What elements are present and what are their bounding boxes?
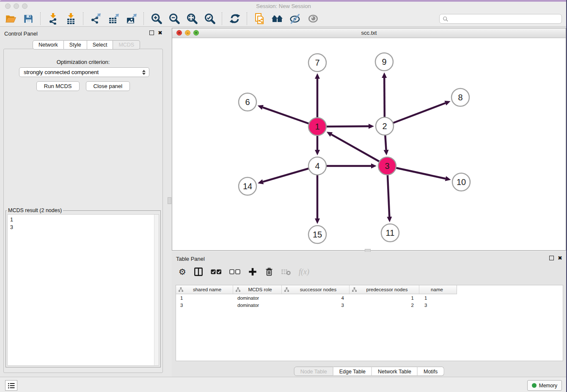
- control-panel-title: Control Panel: [4, 30, 38, 37]
- cell-predecessor-nodes: 2: [350, 303, 419, 308]
- search-field: [439, 14, 562, 24]
- control-panel-close-icon[interactable]: ✖: [158, 30, 162, 35]
- memory-label: Memory: [539, 383, 557, 389]
- network-window-titlebar[interactable]: ✕ − + scc.txt: [172, 28, 566, 38]
- open-folder-icon: [5, 13, 16, 24]
- zoom-selected-icon: [204, 13, 216, 25]
- network-view-window: ✕ − + scc.txt 7968124314101511: [172, 28, 566, 251]
- delete-columns-icon[interactable]: [265, 267, 273, 276]
- tab-network-table[interactable]: Network Table: [372, 367, 418, 376]
- hide-style-button[interactable]: [288, 12, 302, 25]
- close-panel-button[interactable]: Close panel: [86, 81, 130, 91]
- control-panel: Control Panel ✖ Network Style Select MCD…: [0, 27, 166, 377]
- mcds-result-title: MCDS result (2 nodes): [7, 207, 63, 213]
- result-line: 3: [10, 224, 156, 231]
- zoom-window-button[interactable]: [22, 3, 28, 9]
- mcds-result-textarea[interactable]: 1 3: [7, 214, 159, 366]
- close-window-button[interactable]: [5, 3, 11, 9]
- zoom-in-button[interactable]: [149, 12, 163, 25]
- tab-node-table[interactable]: Node Table: [294, 367, 333, 376]
- save-floppy-icon: [23, 13, 34, 24]
- open-session-button[interactable]: [3, 12, 17, 25]
- network-minimize-button[interactable]: −: [185, 30, 190, 36]
- table-panel: Table Panel ✖ ⚙: [172, 252, 566, 377]
- table-row[interactable]: 3 dominator 3 2 3: [176, 301, 563, 309]
- column-header-successor-nodes[interactable]: successor nodes: [282, 285, 350, 294]
- toolbar-separator: [247, 12, 248, 25]
- tree-icon: [179, 287, 183, 292]
- svg-text:9: 9: [382, 57, 386, 66]
- refresh-icon: [229, 13, 241, 25]
- list-icon: [8, 383, 15, 389]
- delete-table-icon[interactable]: [281, 268, 291, 276]
- network-window-title: scc.txt: [172, 28, 566, 37]
- mcds-result-group: MCDS result (2 nodes) 1 3: [6, 207, 161, 367]
- toolbar-separator: [40, 12, 41, 25]
- search-input[interactable]: [451, 16, 559, 22]
- select-all-columns-icon[interactable]: [211, 269, 222, 275]
- export-image-icon: [126, 13, 138, 25]
- tab-mcds[interactable]: MCDS: [113, 40, 140, 50]
- task-history-button[interactable]: [5, 380, 17, 391]
- column-header-shared-name[interactable]: shared name: [176, 285, 233, 294]
- select-stepper-icon: [140, 68, 147, 77]
- zoom-in-icon: [151, 13, 162, 25]
- optimization-criterion-label: Optimization criterion:: [4, 59, 162, 65]
- cell-mcds-role: dominator: [233, 295, 282, 301]
- selected-option: strongly connected component: [24, 69, 140, 75]
- control-panel-float-button[interactable]: [149, 30, 154, 35]
- column-header-mcds-role[interactable]: MCDS role: [233, 285, 282, 294]
- show-graphics-button[interactable]: [306, 12, 320, 25]
- table-header-row: shared name MCDS role successor nodes pr…: [176, 285, 457, 294]
- save-session-button[interactable]: [21, 12, 35, 25]
- minimize-window-button[interactable]: [14, 3, 19, 9]
- network-close-button[interactable]: ✕: [176, 30, 182, 36]
- create-column-icon[interactable]: [248, 267, 257, 276]
- run-mcds-button[interactable]: Run MCDS: [36, 81, 80, 91]
- column-header-name[interactable]: name: [419, 285, 456, 294]
- table-panel-float-button[interactable]: [549, 256, 554, 260]
- main-toolbar: [0, 11, 567, 27]
- export-table-button[interactable]: [107, 12, 121, 25]
- toolbar-separator: [83, 12, 84, 25]
- tab-style[interactable]: Style: [64, 40, 87, 50]
- svg-text:14: 14: [243, 182, 252, 191]
- memory-button[interactable]: Memory: [527, 380, 562, 391]
- zoom-fit-icon: [186, 13, 198, 25]
- table-row[interactable]: 1 dominator 4 1 1: [176, 294, 563, 301]
- clone-network-button[interactable]: [253, 12, 267, 25]
- tab-network[interactable]: Network: [33, 40, 64, 50]
- tab-edge-table[interactable]: Edge Table: [333, 367, 372, 376]
- export-image-button[interactable]: [124, 12, 138, 25]
- zoom-out-icon: [168, 13, 180, 25]
- houses-icon: [271, 13, 284, 24]
- toggle-column-panel-icon[interactable]: [194, 267, 203, 276]
- cell-successor-nodes: 4: [282, 295, 350, 301]
- network-graph[interactable]: 7968124314101511: [172, 38, 566, 251]
- zoom-selected-button[interactable]: [203, 12, 217, 25]
- table-tabs: Node Table Edge Table Network Table Moti…: [294, 367, 444, 376]
- tab-motifs[interactable]: Motifs: [418, 367, 444, 376]
- export-table-icon: [108, 13, 120, 25]
- tab-select[interactable]: Select: [87, 40, 113, 50]
- tree-icon: [284, 287, 289, 292]
- result-line: 1: [10, 216, 156, 224]
- table-settings-icon[interactable]: ⚙: [179, 268, 186, 276]
- function-builder-icon[interactable]: f(x): [299, 268, 309, 276]
- export-network-button[interactable]: [89, 12, 103, 25]
- optimization-criterion-select[interactable]: strongly connected component: [19, 67, 149, 77]
- column-header-predecessor-nodes[interactable]: predecessor nodes: [350, 285, 419, 294]
- zoom-out-button[interactable]: [167, 12, 181, 25]
- table-panel-close-icon[interactable]: ✖: [558, 256, 562, 260]
- result-scrollbar[interactable]: [154, 215, 159, 365]
- apply-layout-button[interactable]: [228, 12, 242, 25]
- svg-text:4: 4: [315, 161, 319, 171]
- import-table-button[interactable]: [64, 12, 78, 25]
- import-network-icon: [47, 13, 59, 25]
- vertical-splitter-handle[interactable]: [168, 197, 171, 204]
- home-button[interactable]: [270, 12, 284, 25]
- network-maximize-button[interactable]: +: [193, 30, 199, 36]
- import-network-button[interactable]: [46, 12, 60, 25]
- zoom-fit-button[interactable]: [185, 12, 199, 25]
- deselect-all-columns-icon[interactable]: [229, 269, 240, 275]
